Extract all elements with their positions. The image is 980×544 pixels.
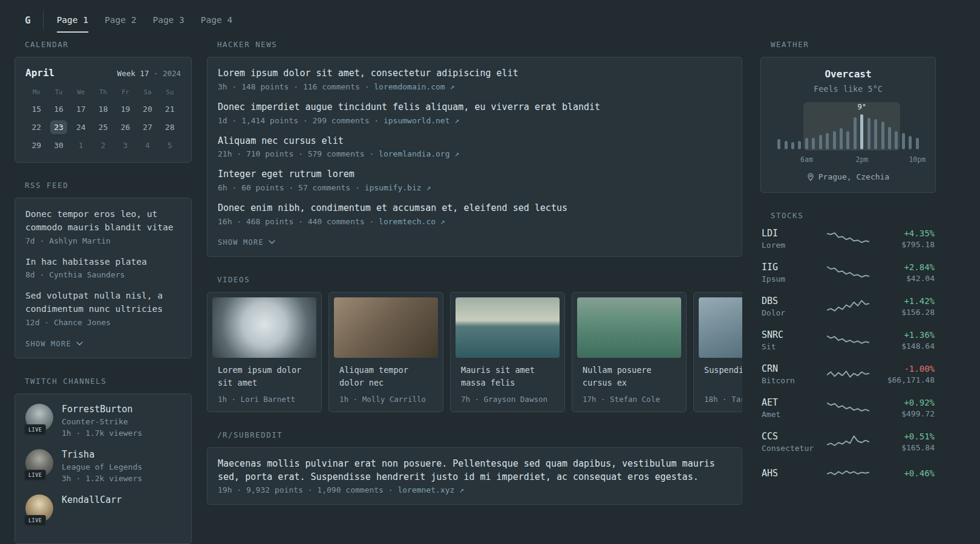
live-badge: LIVE xyxy=(24,515,46,526)
hn-item-meta: 16h · 468 points · 440 comments · loremt… xyxy=(218,217,731,226)
stocks-list: LDI Lorem +4.35% $795.18 IIG Ipsum xyxy=(760,228,936,483)
calendar-day-selected: 23 xyxy=(48,120,70,134)
hn-item-meta: 6h · 60 points · 57 comments · ipsumify.… xyxy=(218,183,731,192)
hn-show-more-button[interactable]: SHOW MORE xyxy=(218,238,275,247)
video-carousel: Lorem ipsum dolor sit amet consectetu… 1… xyxy=(207,292,742,412)
twitch-channel: LIVE ForrestBurton Counter-Strike 1h · 1… xyxy=(25,404,181,438)
stock-symbol[interactable]: SNRC xyxy=(762,329,827,340)
stock-symbol[interactable]: IIG xyxy=(762,262,827,273)
channel-name[interactable]: ForrestBurton xyxy=(62,404,142,415)
stock-name: Bitcorn xyxy=(762,376,827,385)
weather-location-row: Prague, Czechia xyxy=(772,172,924,181)
stock-sparkline xyxy=(827,297,869,316)
rss-item-meta: 7d · Ashlyn Martin xyxy=(25,236,181,245)
hackernews-card: Lorem ipsum dolor sit amet, consectetur … xyxy=(207,57,742,257)
reddit-post-title[interactable]: Maecenas mollis pulvinar erat non posuer… xyxy=(218,458,731,484)
stock-change: +2.84% xyxy=(869,262,935,272)
video-thumbnail[interactable] xyxy=(212,297,316,358)
weather-bar xyxy=(803,114,810,149)
weather-bar xyxy=(810,114,817,149)
rss-item-title[interactable]: Sed volutpat nulla nisl, a condimentum n… xyxy=(25,290,181,316)
video-meta: 17h · Stefan Cole xyxy=(583,395,676,404)
stock-change: +4.35% xyxy=(869,228,935,238)
hn-item-title[interactable]: Integer eget rutrum lorem xyxy=(218,168,731,181)
video-thumbnail[interactable] xyxy=(334,297,438,358)
weekday-header: Mo xyxy=(25,88,48,96)
channel-name[interactable]: KendallCarr xyxy=(62,494,122,505)
weekday-header: Tu xyxy=(48,88,70,96)
calendar-day: 19 xyxy=(114,102,137,116)
rss-show-more-button[interactable]: SHOW MORE xyxy=(25,340,83,348)
hn-item-domain-link[interactable]: loremlandia.org ↗ xyxy=(379,149,459,158)
stock-change: +0.46% xyxy=(869,468,935,478)
weekday-header: We xyxy=(70,88,92,96)
video-title[interactable]: Nullam posuere cursus ex xyxy=(583,364,676,389)
hn-item-title[interactable]: Lorem ipsum dolor sit amet, consectetur … xyxy=(218,67,731,80)
calendar-day-next-month: 3 xyxy=(114,138,137,152)
weather-bar xyxy=(879,114,886,149)
video-title[interactable]: Mauris sit amet massa felis xyxy=(461,364,554,389)
video-card[interactable]: Aliquam tempor dolor nec pharetra… 1h · … xyxy=(328,292,443,412)
hackernews-section-title: HACKER NEWS xyxy=(207,40,742,49)
stock-symbol[interactable]: DBS xyxy=(762,296,827,306)
video-card[interactable]: Mauris sit amet massa felis 7h · Grayson… xyxy=(450,292,565,412)
stock-sparkline xyxy=(827,399,869,417)
external-link-icon: ↗ xyxy=(459,485,464,494)
rss-item: In hac habitasse platea 8d · Cynthia Sau… xyxy=(25,256,181,280)
stock-symbol[interactable]: CCS xyxy=(762,431,827,442)
hn-item-title[interactable]: Donec enim nibh, condimentum et accumsan… xyxy=(218,202,731,215)
reddit-post-domain-link[interactable]: loremnet.xyz ↗ xyxy=(397,485,464,494)
rss-card: Donec tempor eros leo, ut commodo mauris… xyxy=(15,198,192,358)
video-title[interactable]: Suspendisse diam xyxy=(704,364,742,389)
reddit-post-meta: 19h · 9,932 points · 1,090 comments · lo… xyxy=(218,485,731,494)
stock-symbol[interactable]: LDI xyxy=(762,228,827,239)
stock-sparkline xyxy=(827,264,869,282)
rss-item-title[interactable]: In hac habitasse platea xyxy=(25,256,181,269)
tab-page-1[interactable]: Page 1 xyxy=(57,7,88,33)
stock-sparkline xyxy=(827,230,869,248)
hn-item-domain-link[interactable]: ipsumify.biz ↗ xyxy=(365,183,431,192)
video-thumbnail[interactable] xyxy=(577,297,681,358)
stock-symbol[interactable]: CRN xyxy=(762,363,827,374)
rss-item-meta: 12d · Chance Jones xyxy=(25,318,181,327)
weather-widget: WEATHER Overcast Feels like 5°C 9° 6am 2… xyxy=(760,40,936,193)
hn-item-domain-link[interactable]: loremdomain.com ↗ xyxy=(374,82,454,91)
calendar-day: 28 xyxy=(158,120,181,134)
external-link-icon: ↗ xyxy=(426,183,431,192)
rss-item-title[interactable]: Donec tempor eros leo, ut commodo mauris… xyxy=(25,208,181,235)
stock-price: $42.04 xyxy=(869,274,935,283)
video-title[interactable]: Aliquam tempor dolor nec pharetra… xyxy=(339,364,433,389)
channel-name[interactable]: Trisha xyxy=(62,449,142,460)
video-thumbnail[interactable] xyxy=(699,297,742,358)
stock-name: Consectetur xyxy=(762,444,827,453)
tab-page-2[interactable]: Page 2 xyxy=(105,7,136,33)
video-thumbnail[interactable] xyxy=(456,297,560,358)
weather-bar xyxy=(782,114,789,149)
hn-item-domain-link[interactable]: loremtech.co ↗ xyxy=(379,217,445,226)
hn-item-meta: 21h · 710 points · 579 comments · loreml… xyxy=(218,149,731,158)
top-bar: G Page 1 Page 2 Page 3 Page 4 xyxy=(15,7,935,33)
hn-item-domain-link[interactable]: ipsumworld.net ↗ xyxy=(384,116,459,125)
weather-bar xyxy=(907,114,913,149)
video-title[interactable]: Lorem ipsum dolor sit amet consectetu… xyxy=(218,364,311,389)
calendar-card: April Week 17 · 2024 Mo Tu We Th Fr Sa xyxy=(15,57,192,163)
hn-item-title[interactable]: Donec imperdiet augue tincidunt felis al… xyxy=(218,101,731,114)
stock-symbol[interactable]: AHS xyxy=(762,468,827,479)
video-card[interactable]: Lorem ipsum dolor sit amet consectetu… 1… xyxy=(207,292,322,412)
video-card[interactable]: Suspendisse diam 18h · Tara xyxy=(693,292,742,412)
tab-page-3[interactable]: Page 3 xyxy=(152,7,184,33)
weather-bar xyxy=(824,114,831,149)
stock-symbol[interactable]: AET xyxy=(762,397,827,408)
middle-column: HACKER NEWS Lorem ipsum dolor sit amet, … xyxy=(207,40,742,544)
tab-page-4[interactable]: Page 4 xyxy=(201,7,232,33)
stock-price: $66,171.48 xyxy=(869,375,935,384)
video-card[interactable]: Nullam posuere cursus ex 17h · Stefan Co… xyxy=(572,292,687,412)
hn-item: Aliquam nec cursus elit 21h · 710 points… xyxy=(218,135,731,159)
stock-price: $795.18 xyxy=(869,240,935,249)
hn-item: Donec imperdiet augue tincidunt felis al… xyxy=(218,101,731,125)
hn-item-title[interactable]: Aliquam nec cursus elit xyxy=(218,135,731,148)
topbar-divider xyxy=(43,11,44,29)
calendar-day: 21 xyxy=(158,102,181,116)
twitch-widget: TWITCH CHANNELS LIVE ForrestBurton Count… xyxy=(15,377,192,544)
weather-bar xyxy=(776,114,782,149)
